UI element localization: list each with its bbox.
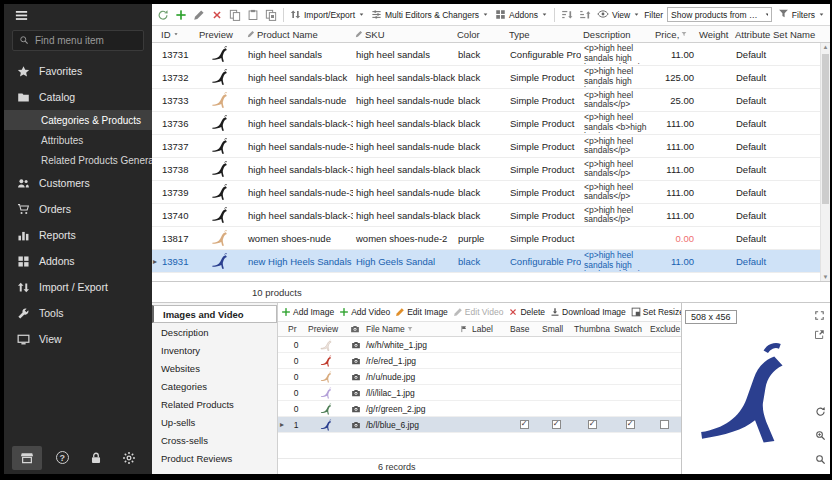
- zoom-in-button[interactable]: [815, 427, 826, 445]
- image-row[interactable]: 0/n/u/nude.jpg: [278, 369, 681, 385]
- cell-small-checkbox[interactable]: [540, 420, 572, 429]
- tab-cross-sells[interactable]: Cross-sells: [152, 431, 277, 449]
- menu-toggle-button[interactable]: [4, 4, 152, 28]
- zoom-button[interactable]: [815, 451, 826, 469]
- sidebar-item-reports[interactable]: Reports: [4, 222, 152, 248]
- img-column-thumbna[interactable]: Thumbna: [572, 324, 612, 334]
- sidebar-item-customers[interactable]: Customers: [4, 170, 152, 196]
- tab-product-reviews[interactable]: Product Reviews: [152, 449, 277, 467]
- image-row[interactable]: 0/g/r/green_2.jpg: [278, 401, 681, 417]
- tab-categories[interactable]: Categories: [152, 377, 277, 395]
- img-column-small[interactable]: Small: [540, 324, 572, 334]
- edit-product-button[interactable]: [191, 7, 207, 23]
- img-column-base[interactable]: Base: [508, 324, 540, 334]
- sidebar-item-orders[interactable]: Orders: [4, 196, 152, 222]
- img-column-exclude[interactable]: Exclude: [648, 324, 681, 334]
- help-button[interactable]: ?: [49, 446, 75, 470]
- sidebar-item-favorites[interactable]: Favorites: [4, 58, 152, 84]
- thumbnail-checkbox[interactable]: [588, 420, 597, 429]
- product-row[interactable]: 13731high heel sandalshigh heel sandalsb…: [152, 43, 830, 66]
- sidebar-item-catalog[interactable]: Catalog: [4, 84, 152, 110]
- column-header-color[interactable]: Color: [455, 29, 507, 40]
- copy-button[interactable]: [227, 7, 243, 23]
- sidebar-search-input[interactable]: Find menu item: [12, 30, 144, 51]
- sidebar-item-addons[interactable]: Addons: [4, 248, 152, 274]
- exclude-checkbox[interactable]: [660, 420, 669, 429]
- sidebar-subitem-related-products-generator[interactable]: Related Products Generator: [4, 150, 152, 170]
- column-header-product-name[interactable]: Product Name: [245, 29, 353, 40]
- swatch-checkbox[interactable]: [626, 420, 635, 429]
- img-column-camera[interactable]: [348, 324, 364, 334]
- product-row[interactable]: 13740high heel sandals-black-38high heel…: [152, 204, 830, 227]
- product-row[interactable]: 13732high heel sandals-blackhigh heel sa…: [152, 66, 830, 89]
- tab-inventory[interactable]: Inventory: [152, 341, 277, 359]
- img-column-flag[interactable]: [458, 324, 470, 334]
- img-column-file-name[interactable]: File Name: [364, 324, 458, 334]
- sidebar-item-import-export[interactable]: Import / Export: [4, 274, 152, 300]
- column-header-price[interactable]: Price,: [653, 29, 697, 40]
- set-resize-rule-button[interactable]: Set Resize Rule: [631, 307, 681, 317]
- tab-related-products[interactable]: Related Products: [152, 395, 277, 413]
- img-column-preview[interactable]: Preview: [306, 324, 348, 334]
- sidebar-item-view[interactable]: View: [4, 326, 152, 352]
- small-checkbox[interactable]: [552, 420, 561, 429]
- download-image-button[interactable]: Download Image: [550, 307, 626, 317]
- product-row[interactable]: 13739high heel sandals-nude-37high heel …: [152, 181, 830, 204]
- tab-up-sells[interactable]: Up-sells: [152, 413, 277, 431]
- sidebar-subitem-categories-products[interactable]: Categories & Products: [4, 110, 152, 130]
- image-row[interactable]: 0/w/h/white_1.jpg: [278, 337, 681, 353]
- view-menu[interactable]: View: [595, 6, 642, 24]
- sortdesc-button[interactable]: [577, 7, 593, 23]
- cell-base-checkbox[interactable]: [508, 420, 540, 429]
- sidebar-item-tools[interactable]: Tools: [4, 300, 152, 326]
- column-header-preview[interactable]: Preview: [197, 29, 245, 40]
- cell-exclude-checkbox[interactable]: [648, 420, 681, 429]
- open-external-button[interactable]: [814, 326, 825, 344]
- multi-editors-changers-menu[interactable]: Multi Editors & Changers: [369, 7, 491, 22]
- tab-websites[interactable]: Websites: [152, 359, 277, 377]
- paste-button[interactable]: [245, 7, 261, 23]
- column-header-attribute-set-name[interactable]: Attribute Set Name: [733, 29, 820, 40]
- lock-button[interactable]: [83, 446, 109, 470]
- sortasc-button[interactable]: [559, 7, 575, 23]
- column-header-type[interactable]: Type: [507, 29, 581, 40]
- column-header-description[interactable]: Description: [581, 29, 653, 40]
- delete-product-button[interactable]: [209, 7, 225, 23]
- product-row[interactable]: 13817women shoes-nudewomen shoes-nude-2p…: [152, 227, 830, 250]
- product-row[interactable]: 13738high heel sandals-black-37high heel…: [152, 158, 830, 181]
- add-image-button[interactable]: Add Image: [281, 307, 334, 317]
- vertical-scrollbar[interactable]: [820, 43, 830, 281]
- tab-description[interactable]: Description: [152, 323, 277, 341]
- import-export-menu[interactable]: Import/Export: [288, 7, 367, 22]
- duplicate-button[interactable]: [263, 7, 279, 23]
- addons-menu[interactable]: Addons: [493, 7, 550, 22]
- image-row[interactable]: ▸1/b/l/blue_6.jpg: [278, 417, 681, 433]
- cell-thumbnail-checkbox[interactable]: [572, 420, 612, 429]
- product-row[interactable]: ▸13931new High Heels SandalsHigh Geels S…: [152, 250, 830, 273]
- image-row[interactable]: 0/r/e/red_1.jpg: [278, 353, 681, 369]
- gear-button[interactable]: [116, 446, 142, 470]
- img-column-pr[interactable]: Pr: [286, 324, 306, 334]
- img-column-swatch[interactable]: Swatch: [612, 324, 648, 334]
- product-row[interactable]: 13737high heel sandals-nude-36high heel …: [152, 135, 830, 158]
- column-header-id[interactable]: ID: [159, 29, 197, 40]
- scrollbar-thumb[interactable]: [822, 54, 829, 204]
- tab-images-and-video[interactable]: Images and Video: [152, 305, 277, 323]
- product-row[interactable]: 13736high heel sandals-black-36high heel…: [152, 112, 830, 135]
- base-checkbox[interactable]: [520, 420, 529, 429]
- edit-image-button[interactable]: Edit Image: [395, 307, 448, 317]
- sidebar-subitem-attributes[interactable]: Attributes: [4, 130, 152, 150]
- add-video-button[interactable]: Add Video: [339, 307, 390, 317]
- column-header-sku[interactable]: SKU: [353, 29, 455, 40]
- column-header-weight[interactable]: Weight: [697, 29, 733, 40]
- cell-swatch-checkbox[interactable]: [612, 420, 648, 429]
- product-row[interactable]: 13733high heel sandals-nudehigh heel san…: [152, 89, 830, 112]
- refresh-button[interactable]: [155, 7, 171, 23]
- delete-image-button[interactable]: Delete: [508, 307, 545, 317]
- add-product-button[interactable]: [173, 7, 189, 23]
- store-button[interactable]: [12, 446, 42, 470]
- fullscreen-button[interactable]: [814, 307, 825, 325]
- category-filter-select[interactable]: Show products from selected categories: [667, 7, 772, 22]
- filters-menu[interactable]: Filters: [776, 6, 827, 23]
- image-row[interactable]: 0/l/i/lilac_1.jpg: [278, 385, 681, 401]
